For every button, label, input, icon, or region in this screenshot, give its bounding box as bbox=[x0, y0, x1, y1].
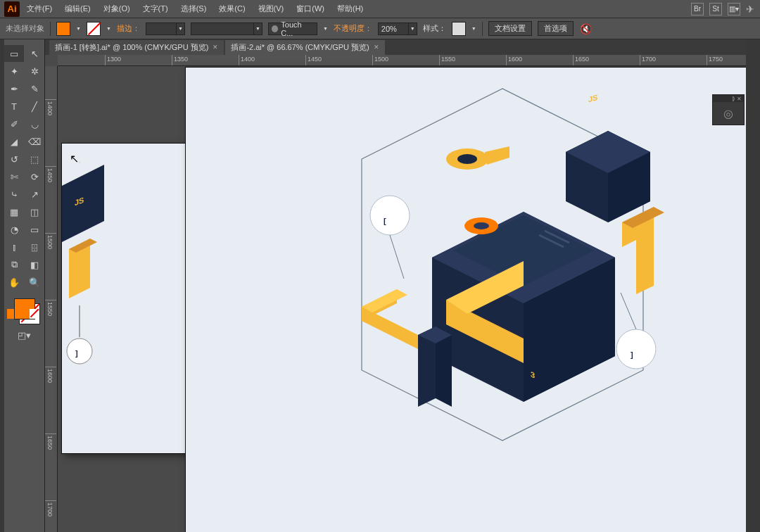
tab-doc-1[interactable]: 插画-1 [转换].ai* @ 100% (CMYK/GPU 预览) ✕ bbox=[49, 40, 224, 55]
artwork-2-illustration: [ JS bbox=[186, 68, 760, 532]
paintbrush-tool[interactable]: ✐ bbox=[4, 115, 24, 132]
variable-width-dropdown[interactable]: ▼ bbox=[254, 23, 262, 35]
lasso-tool[interactable]: ✲ bbox=[25, 63, 44, 80]
floating-panel[interactable]: ⟫ ✕ ◎ bbox=[712, 94, 745, 125]
line-tool[interactable]: ╱ bbox=[25, 98, 44, 115]
app-logo: Ai bbox=[4, 1, 20, 17]
perspective-tool[interactable]: ↗ bbox=[25, 186, 44, 203]
tab-doc-2[interactable]: 插画-2.ai* @ 66.67% (CMYK/GPU 预览) ✕ bbox=[225, 40, 384, 55]
curvature-tool[interactable]: ✎ bbox=[25, 80, 44, 97]
close-icon[interactable]: ✕ bbox=[213, 44, 218, 51]
stroke-label: 描边： bbox=[117, 23, 140, 34]
direct-selection-tool[interactable]: ↖ bbox=[25, 45, 44, 62]
canvas-area[interactable]: 插画-1 [转换].ai* @ 100% (CMYK/GPU 预览) ✕ 插画-… bbox=[45, 39, 760, 532]
right-dock-strip[interactable] bbox=[746, 39, 760, 532]
svg-text:]: ] bbox=[631, 350, 633, 359]
pen-tool[interactable]: ✒ bbox=[4, 80, 24, 97]
menu-effect[interactable]: 效果(C) bbox=[213, 1, 251, 17]
column-graph-tool[interactable]: ⌹ bbox=[25, 239, 44, 255]
brush-definition[interactable]: Touch C... bbox=[268, 23, 317, 35]
collapse-icon[interactable]: ⟫ bbox=[732, 96, 735, 102]
ruler-tick: 1400 bbox=[241, 56, 255, 63]
ruler-tick: 1650 bbox=[46, 436, 53, 450]
opacity-field[interactable]: 20% bbox=[378, 23, 409, 35]
menu-file[interactable]: 文件(F) bbox=[21, 1, 58, 17]
none-mode-icon[interactable] bbox=[30, 309, 39, 319]
gradient-tool[interactable]: ◫ bbox=[25, 203, 44, 220]
zoom-tool[interactable]: 🔍 bbox=[25, 274, 44, 291]
ruler-tick: 1650 bbox=[575, 56, 589, 63]
eyedropper-tool[interactable]: ◔ bbox=[4, 221, 24, 238]
ruler-tick: 1300 bbox=[107, 56, 121, 63]
vertical-ruler[interactable]: 1400 1450 1500 1550 1600 1650 1700 bbox=[45, 66, 58, 532]
shaper-tool[interactable]: ◢ bbox=[4, 133, 24, 150]
blend-tool[interactable]: ▭ bbox=[25, 221, 44, 238]
style-label: 样式： bbox=[423, 23, 446, 34]
screen-mode-tool[interactable]: ◰▾ bbox=[4, 327, 44, 343]
ruler-tick: 1450 bbox=[308, 56, 322, 63]
menu-select[interactable]: 选择(S) bbox=[175, 1, 213, 17]
eraser-tool[interactable]: ⌫ bbox=[25, 133, 44, 150]
type-tool[interactable]: T bbox=[4, 98, 24, 115]
hand-tool[interactable]: ✋ bbox=[4, 274, 24, 291]
stock-icon[interactable]: St bbox=[709, 3, 722, 15]
magic-wand-tool[interactable]: ✦ bbox=[4, 63, 24, 80]
document-tabs: 插画-1 [转换].ai* @ 100% (CMYK/GPU 预览) ✕ 插画-… bbox=[45, 39, 760, 55]
audio-icon[interactable]: 🔇 bbox=[579, 22, 593, 36]
menu-edit[interactable]: 编辑(E) bbox=[59, 1, 96, 17]
ruler-tick: 1700 bbox=[642, 56, 656, 63]
opacity-dropdown[interactable]: ▼ bbox=[409, 23, 417, 35]
menu-object[interactable]: 对象(O) bbox=[98, 1, 136, 17]
menu-help[interactable]: 帮助(H) bbox=[331, 1, 369, 17]
divider bbox=[50, 22, 51, 36]
symbol-sprayer-tool[interactable]: ⫿ bbox=[4, 239, 24, 255]
menu-type[interactable]: 文字(T) bbox=[137, 1, 174, 17]
svg-line-36 bbox=[390, 235, 404, 279]
workspace: ▭ ↖ ✦ ✲ ✒ ✎ T ╱ ✐ ◡ ◢ ⌫ ↺ ⬚ ✄ ⟳ ⤷ ↗ ▦ ◫ … bbox=[0, 39, 760, 532]
blob-brush-tool[interactable]: ◡ bbox=[25, 115, 44, 132]
menubar: Ai 文件(F) 编辑(E) 对象(O) 文字(T) 选择(S) 效果(C) 视… bbox=[0, 0, 760, 18]
ruler-tick: 1600 bbox=[46, 369, 53, 383]
ruler-tick: 1500 bbox=[46, 235, 53, 249]
tab-label: 插画-2.ai* @ 66.67% (CMYK/GPU 预览) bbox=[231, 42, 369, 53]
close-icon[interactable]: ✕ bbox=[737, 96, 742, 102]
stroke-swatch[interactable] bbox=[87, 22, 101, 36]
ruler-tick: 1450 bbox=[46, 168, 53, 182]
slice-tool[interactable]: ◧ bbox=[25, 256, 44, 273]
stroke-weight-stepper[interactable]: ▼ bbox=[177, 23, 185, 35]
close-icon[interactable]: ✕ bbox=[374, 44, 379, 51]
menu-window[interactable]: 窗口(W) bbox=[291, 1, 330, 17]
variable-width-field[interactable] bbox=[191, 23, 254, 35]
tab-label: 插画-1 [转换].ai* @ 100% (CMYK/GPU 预览) bbox=[55, 42, 208, 53]
graphic-style-swatch[interactable] bbox=[452, 22, 466, 36]
free-transform-tool[interactable]: ⟳ bbox=[25, 168, 44, 185]
rotate-tool[interactable]: ↺ bbox=[4, 151, 24, 167]
scale-tool[interactable]: ⬚ bbox=[25, 151, 44, 167]
selection-tool[interactable]: ▭ bbox=[4, 45, 24, 62]
fill-swatch[interactable] bbox=[56, 22, 70, 36]
bridge-icon[interactable]: Br bbox=[691, 3, 704, 15]
menu-view[interactable]: 视图(V) bbox=[253, 1, 290, 17]
svg-text:[: [ bbox=[384, 217, 386, 225]
panel-dial-icon[interactable]: ◎ bbox=[713, 102, 744, 125]
ruler-tick: 1550 bbox=[441, 56, 455, 63]
style-dropdown-icon[interactable]: ▼ bbox=[471, 26, 476, 31]
opacity-label: 不透明度： bbox=[334, 23, 372, 34]
horizontal-ruler[interactable]: 1300 1350 1400 1450 1500 1550 1600 1650 … bbox=[58, 55, 760, 66]
mesh-tool[interactable]: ▦ bbox=[4, 203, 24, 220]
gpu-icon[interactable]: ✈ bbox=[746, 4, 754, 15]
artboard-2-main: [ JS bbox=[186, 68, 760, 532]
svg-point-10 bbox=[370, 196, 410, 235]
arrange-docs-icon[interactable]: ▥▾ bbox=[728, 3, 740, 15]
stroke-weight-field[interactable] bbox=[146, 23, 177, 35]
artboard-tool[interactable]: ⧉ bbox=[4, 256, 24, 273]
document-setup-button[interactable]: 文档设置 bbox=[488, 21, 532, 36]
ruler-tick: 1600 bbox=[508, 56, 522, 63]
ruler-tick: 1750 bbox=[709, 56, 723, 63]
brush-dropdown-icon[interactable]: ▼ bbox=[323, 26, 328, 31]
swatch-dropdown-icon[interactable]: ▼ bbox=[76, 26, 81, 31]
preferences-button[interactable]: 首选项 bbox=[538, 21, 574, 36]
stroke-dropdown-icon[interactable]: ▼ bbox=[106, 26, 111, 31]
shape-builder-tool[interactable]: ⤷ bbox=[4, 186, 24, 203]
width-tool[interactable]: ✄ bbox=[4, 168, 24, 185]
